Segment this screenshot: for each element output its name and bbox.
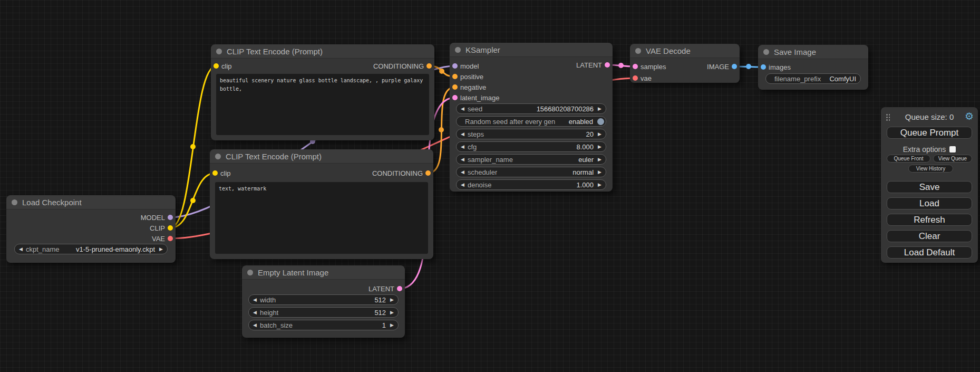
increment-arrow-icon[interactable]: ▶ <box>598 157 601 162</box>
widget-label: batch_size <box>260 321 293 329</box>
widget-sampler-name[interactable]: ◀sampler_nameeuler▶ <box>456 154 606 165</box>
queue-size-label: Queue size: 0 <box>881 112 978 121</box>
node-clip-encode-negative[interactable]: CLIP Text Encode (Prompt)clipCONDITIONIN… <box>210 149 433 259</box>
collapse-dot-icon[interactable] <box>215 154 221 159</box>
decrement-arrow-icon[interactable]: ◀ <box>461 107 464 111</box>
link-midpoint-dot[interactable] <box>190 144 196 149</box>
increment-arrow-icon[interactable]: ▶ <box>598 132 601 137</box>
collapse-dot-icon[interactable] <box>12 199 17 205</box>
prompt-text-area[interactable] <box>215 182 428 254</box>
save-button[interactable]: Save <box>887 181 972 193</box>
LATENT-output-port-icon[interactable] <box>605 62 610 68</box>
decrement-arrow-icon[interactable]: ◀ <box>461 183 464 187</box>
model-input-port-icon[interactable] <box>452 63 458 69</box>
collapse-dot-icon[interactable] <box>216 49 222 54</box>
decrement-arrow-icon[interactable]: ◀ <box>461 145 464 149</box>
decrement-arrow-icon[interactable]: ◀ <box>461 170 464 175</box>
link-midpoint-dot[interactable] <box>746 64 751 69</box>
collapse-dot-icon[interactable] <box>247 270 253 275</box>
node-title-bar[interactable]: VAE Decode <box>630 44 740 58</box>
widget-denoise[interactable]: ◀denoise1.000▶ <box>456 179 606 190</box>
widget-scheduler[interactable]: ◀schedulernormal▶ <box>456 167 606 177</box>
settings-gear-icon[interactable]: ⚙ <box>965 110 974 122</box>
vae-input-port-icon[interactable] <box>633 75 638 81</box>
node-title-bar[interactable]: KSampler <box>450 43 613 57</box>
view-queue-button[interactable]: View Queue <box>933 155 972 163</box>
node-title-bar[interactable]: Save Image <box>758 45 868 59</box>
node-empty-latent[interactable]: Empty Latent ImageLATENT◀width512▶◀heigh… <box>242 265 405 338</box>
widget-filename-prefix[interactable]: filename_prefixComfyUI <box>765 73 861 84</box>
load-button[interactable]: Load <box>887 197 972 209</box>
widget-ckpt-name[interactable]: ◀ckpt_namev1-5-pruned-emaonly.ckpt▶ <box>14 244 168 254</box>
widget-label: sampler_name <box>468 156 513 164</box>
link-midpoint-dot[interactable] <box>618 63 624 68</box>
widget-label: ckpt_name <box>26 245 60 253</box>
widget-width[interactable]: ◀width512▶ <box>248 294 399 305</box>
extra-options-checkbox[interactable] <box>949 146 956 152</box>
increment-arrow-icon[interactable]: ▶ <box>390 298 394 302</box>
view-history-button[interactable]: View History <box>908 165 953 173</box>
queue-panel[interactable]: Queue size: 0 ⚙ Queue Prompt Extra optio… <box>881 107 978 263</box>
input-slot-model: model <box>450 61 479 71</box>
node-title-bar[interactable]: Load Checkpoint <box>6 195 176 209</box>
latent_image-input-port-icon[interactable] <box>452 95 458 100</box>
collapse-dot-icon[interactable] <box>763 49 769 55</box>
queue-front-button[interactable]: Queue Front <box>887 155 930 163</box>
toggle-knob-icon[interactable] <box>597 118 604 125</box>
link-midpoint-dot[interactable] <box>439 127 444 132</box>
decrement-arrow-icon[interactable]: ◀ <box>19 247 23 252</box>
prompt-text-area[interactable] <box>216 74 429 135</box>
collapse-dot-icon[interactable] <box>635 48 641 54</box>
increment-arrow-icon[interactable]: ▶ <box>598 107 601 111</box>
output-slot-label: CONDITIONING <box>372 169 423 177</box>
node-clip-encode-positive[interactable]: CLIP Text Encode (Prompt)clipCONDITIONIN… <box>211 44 434 140</box>
link-midpoint-dot[interactable] <box>439 69 444 74</box>
increment-arrow-icon[interactable]: ▶ <box>390 323 394 328</box>
increment-arrow-icon[interactable]: ▶ <box>598 170 601 175</box>
load-default-button[interactable]: Load Default <box>887 246 972 259</box>
node-title-bar[interactable]: Empty Latent Image <box>242 265 405 280</box>
decrement-arrow-icon[interactable]: ◀ <box>253 310 257 315</box>
clear-button[interactable]: Clear <box>887 230 972 242</box>
increment-arrow-icon[interactable]: ▶ <box>159 247 163 252</box>
decrement-arrow-icon[interactable]: ◀ <box>253 298 257 302</box>
LATENT-output-port-icon[interactable] <box>397 286 402 291</box>
node-graph-canvas[interactable]: Load CheckpointMODELCLIPVAE◀ckpt_namev1-… <box>0 0 980 372</box>
VAE-output-port-icon[interactable] <box>168 236 173 241</box>
node-vae-decode[interactable]: VAE DecodesamplesvaeIMAGE <box>630 44 740 83</box>
node-title: CLIP Text Encode (Prompt) <box>226 152 322 161</box>
clip-input-port-icon[interactable] <box>212 170 218 176</box>
node-title-bar[interactable]: CLIP Text Encode (Prompt) <box>210 149 433 164</box>
samples-input-port-icon[interactable] <box>633 64 638 69</box>
collapse-dot-icon[interactable] <box>455 47 461 53</box>
decrement-arrow-icon[interactable]: ◀ <box>253 323 257 328</box>
negative-input-port-icon[interactable] <box>452 84 458 90</box>
clip-input-port-icon[interactable] <box>214 63 219 69</box>
increment-arrow-icon[interactable]: ▶ <box>390 310 394 315</box>
widget-label: width <box>260 296 276 304</box>
MODEL-output-port-icon[interactable] <box>168 215 173 220</box>
node-save-image[interactable]: Save Imageimagesfilename_prefixComfyUI <box>758 45 868 90</box>
positive-input-port-icon[interactable] <box>452 74 458 79</box>
link-midpoint-dot[interactable] <box>190 198 196 203</box>
increment-arrow-icon[interactable]: ▶ <box>598 145 601 149</box>
node-load-checkpoint[interactable]: Load CheckpointMODELCLIPVAE◀ckpt_namev1-… <box>6 195 176 263</box>
refresh-button[interactable]: Refresh <box>887 214 972 226</box>
decrement-arrow-icon[interactable]: ◀ <box>461 157 464 162</box>
CLIP-output-port-icon[interactable] <box>168 225 173 231</box>
queue-prompt-button[interactable]: Queue Prompt <box>887 127 972 139</box>
CONDITIONING-output-port-icon[interactable] <box>425 170 431 176</box>
increment-arrow-icon[interactable]: ▶ <box>598 183 601 187</box>
CONDITIONING-output-port-icon[interactable] <box>426 63 432 69</box>
widget-cfg[interactable]: ◀cfg8.000▶ <box>456 141 606 152</box>
decrement-arrow-icon[interactable]: ◀ <box>461 132 464 137</box>
widget-steps[interactable]: ◀steps20▶ <box>456 129 606 139</box>
widget-batch-size[interactable]: ◀batch_size1▶ <box>248 320 399 330</box>
widget-seed[interactable]: ◀seed156680208700286▶ <box>456 103 606 114</box>
IMAGE-output-port-icon[interactable] <box>732 64 737 69</box>
widget-random-seed-after-every-gen[interactable]: Random seed after every genenabled <box>456 116 606 127</box>
widget-height[interactable]: ◀height512▶ <box>248 307 399 318</box>
node-title-bar[interactable]: CLIP Text Encode (Prompt) <box>211 44 434 59</box>
node-ksampler[interactable]: KSamplermodelpositivenegativelatent_imag… <box>450 43 613 192</box>
images-input-port-icon[interactable] <box>761 64 766 70</box>
